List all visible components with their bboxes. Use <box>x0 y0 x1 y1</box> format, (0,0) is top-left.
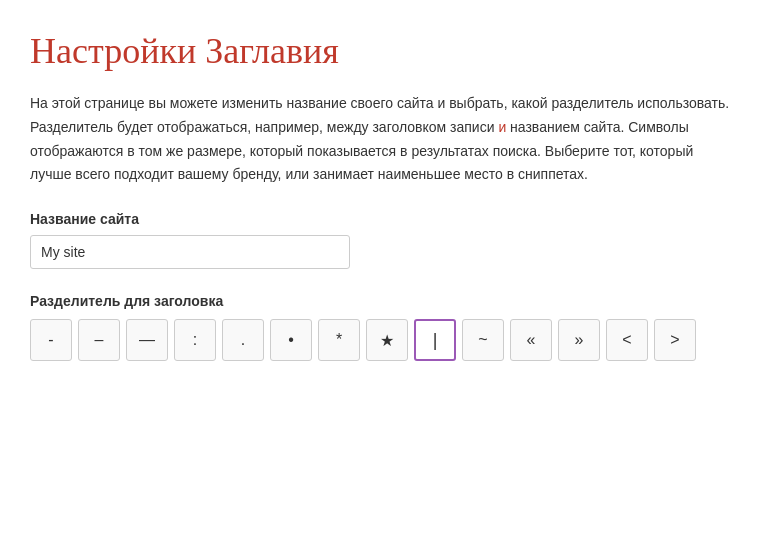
separator-button-11[interactable]: » <box>558 319 600 361</box>
separator-button-2[interactable]: — <box>126 319 168 361</box>
separator-button-5[interactable]: • <box>270 319 312 361</box>
separator-button-1[interactable]: – <box>78 319 120 361</box>
separator-button-0[interactable]: - <box>30 319 72 361</box>
separator-button-13[interactable]: > <box>654 319 696 361</box>
page-title: Настройки Заглавия <box>30 30 738 72</box>
separator-buttons-group: -–—:.•*★|~«»<> <box>30 319 738 361</box>
site-name-input[interactable] <box>30 235 350 269</box>
site-name-label: Название сайта <box>30 211 738 227</box>
separator-label: Разделитель для заголовка <box>30 293 738 309</box>
separator-button-10[interactable]: « <box>510 319 552 361</box>
separator-button-12[interactable]: < <box>606 319 648 361</box>
separator-button-4[interactable]: . <box>222 319 264 361</box>
separator-button-9[interactable]: ~ <box>462 319 504 361</box>
page-description: На этой странице вы можете изменить назв… <box>30 92 738 187</box>
separator-button-8[interactable]: | <box>414 319 456 361</box>
separator-button-7[interactable]: ★ <box>366 319 408 361</box>
separator-button-3[interactable]: : <box>174 319 216 361</box>
separator-button-6[interactable]: * <box>318 319 360 361</box>
